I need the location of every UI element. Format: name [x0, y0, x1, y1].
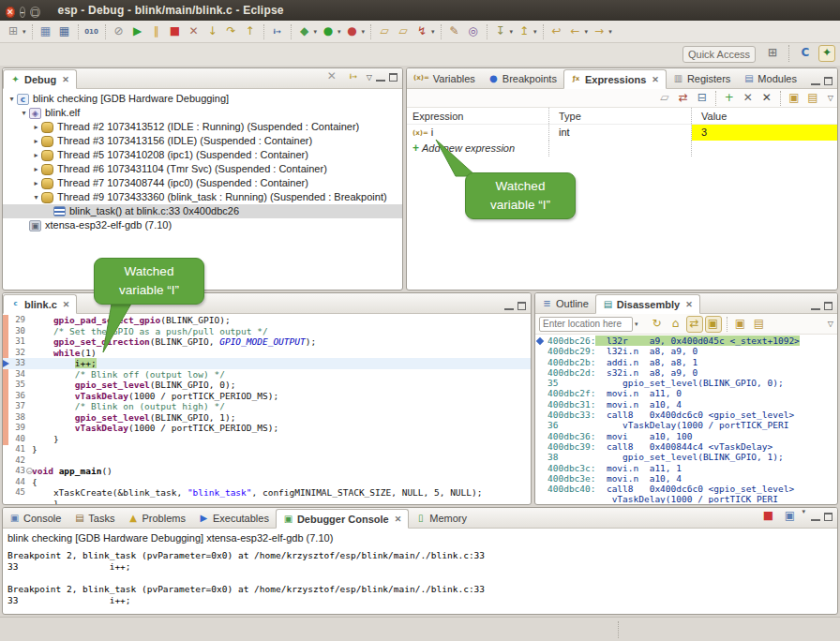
external-tools-dropdown-icon[interactable]: ▾: [362, 28, 366, 36]
new-view-icon[interactable]: ▣: [732, 316, 749, 333]
step-into-icon[interactable]: ↓: [204, 23, 221, 40]
new-wizard-icon[interactable]: ⊞: [5, 23, 22, 40]
tree-expander-icon[interactable]: ▾: [19, 106, 29, 120]
tab-tasks[interactable]: ▤Tasks: [68, 508, 121, 528]
debug-icon[interactable]: ◆: [296, 23, 313, 40]
close-tab-icon[interactable]: ✕: [62, 75, 69, 84]
fold-marker-icon[interactable]: −: [26, 468, 33, 474]
open-debug-config-icon[interactable]: ▱: [376, 23, 393, 40]
sync-with-selection-icon[interactable]: ⇄: [686, 316, 703, 333]
close-button[interactable]: ✕: [6, 7, 15, 18]
pin-editor-icon[interactable]: ↧: [492, 23, 509, 40]
pin-view-icon[interactable]: ▤: [804, 90, 821, 107]
view-menu-icon[interactable]: ▽: [367, 73, 372, 82]
open-perspective-icon[interactable]: ⊞: [764, 45, 781, 62]
maximize-icon[interactable]: [824, 77, 832, 85]
maximize-icon[interactable]: [824, 302, 832, 310]
tab-registers[interactable]: ▥Registers: [667, 68, 737, 88]
back-icon[interactable]: ←: [567, 23, 584, 40]
instruction-stepping-mode-icon[interactable]: i→: [345, 68, 362, 85]
maximize-icon[interactable]: [824, 513, 832, 521]
tab-expressions[interactable]: ƒxExpressions✕: [563, 69, 667, 89]
disassembly-listing[interactable]: 400dbc26: l32r a9, 0x400d045c <_stext+10…: [535, 335, 837, 503]
tree-expander-icon[interactable]: ▸: [31, 162, 41, 176]
minimize-button[interactable]: –: [20, 7, 26, 18]
open-run-config-icon[interactable]: ▱: [395, 23, 412, 40]
run-dropdown-icon[interactable]: ▾: [338, 28, 341, 36]
new-view-icon[interactable]: ▣: [786, 90, 802, 107]
save-all-icon[interactable]: ▦: [56, 23, 73, 40]
external-tools-icon[interactable]: ●: [344, 23, 361, 40]
back-dropdown-icon[interactable]: ▾: [585, 28, 589, 36]
quick-access-button[interactable]: Quick Access: [682, 46, 756, 63]
debug-tree-item[interactable]: ▾cblink checking [GDB Hardware Debugging…: [3, 92, 402, 106]
tab-disassembly[interactable]: ▤Disassembly✕: [595, 294, 700, 314]
maximize-icon[interactable]: [518, 302, 526, 310]
minimize-icon[interactable]: [504, 302, 514, 310]
view-menu-icon[interactable]: ▽: [828, 94, 833, 102]
column-value[interactable]: Value: [692, 108, 837, 124]
tab-problems[interactable]: ▲Problems: [121, 508, 191, 528]
debug-launch-tree[interactable]: ▾cblink checking [GDB Hardware Debugging…: [3, 89, 402, 232]
tree-expander-icon[interactable]: ▸: [31, 176, 41, 190]
tree-expander-icon[interactable]: ▸: [31, 148, 41, 162]
track-expression-icon[interactable]: ▣: [705, 316, 722, 333]
minimize-icon[interactable]: [376, 73, 385, 82]
debug-tree-item[interactable]: ▸Thread #6 1073431104 (Tmr Svc) (Suspend…: [3, 162, 402, 176]
tab-executables[interactable]: ▶Executables: [192, 508, 276, 528]
step-over-icon[interactable]: ↷: [223, 23, 240, 40]
debug-tree-item[interactable]: ▸Thread #2 1073413512 (IDLE : Running) (…: [3, 120, 402, 134]
code-editor[interactable]: 29 gpio_pad_select_gpio(BLINK_GPIO);30 /…: [3, 314, 531, 505]
tab-debugger-console[interactable]: ▣Debugger Console✕: [276, 509, 409, 529]
close-tab-icon[interactable]: ✕: [685, 300, 693, 309]
tab-modules[interactable]: ▤Modules: [737, 68, 803, 88]
new-wizard-dropdown-icon[interactable]: ▾: [22, 28, 26, 36]
build-icon[interactable]: 010: [83, 23, 100, 40]
debug-tree-item[interactable]: ▾◈blink.elf: [3, 106, 402, 120]
terminate-icon[interactable]: ■: [167, 23, 184, 40]
tree-expander-icon[interactable]: ▸: [31, 134, 41, 148]
refresh-icon[interactable]: ↻: [649, 316, 666, 333]
tab-memory[interactable]: ▯Memory: [409, 508, 473, 528]
skip-all-breakpoints-icon[interactable]: ⊘: [111, 23, 128, 40]
debug-tree-item[interactable]: ▸Thread #3 1073413156 (IDLE) (Suspended …: [3, 134, 402, 148]
open-element-icon[interactable]: ◎: [465, 23, 482, 40]
location-dropdown-icon[interactable]: ▾: [635, 320, 638, 328]
show-logical-structures-icon[interactable]: ⇄: [675, 90, 692, 107]
instruction-stepping-icon[interactable]: i→: [269, 23, 286, 40]
remove-all-expressions-icon[interactable]: ✕: [758, 90, 775, 107]
save-icon[interactable]: ▦: [38, 23, 54, 40]
minimize-icon[interactable]: [811, 77, 820, 85]
location-input[interactable]: [539, 317, 633, 332]
forward-icon[interactable]: →: [591, 23, 608, 40]
debug-tree-item[interactable]: ▸Thread #7 1073408744 (ipc0) (Suspended …: [3, 176, 402, 190]
tab-console[interactable]: ▣Console: [3, 508, 68, 528]
tab-breakpoints[interactable]: ●Breakpoints: [482, 68, 563, 88]
debug-tree-item[interactable]: blink_task() at blink.c:33 0x400dbc26: [3, 204, 402, 218]
maximize-button[interactable]: ▢: [30, 7, 40, 18]
tree-expander-icon[interactable]: ▾: [31, 190, 41, 204]
disconnect-icon[interactable]: ✕: [186, 23, 202, 40]
debug-tree-item[interactable]: ▣xtensa-esp32-elf-gdb (7.10): [3, 218, 402, 232]
tab-variables[interactable]: (x)=Variables: [407, 68, 482, 88]
run-icon[interactable]: ●: [320, 23, 337, 40]
debug-tree-item[interactable]: ▾Thread #9 1073433360 (blink_task : Runn…: [3, 190, 402, 204]
debug-dropdown-icon[interactable]: ▾: [314, 28, 318, 36]
tab-blink-c[interactable]: cblink.c✕: [3, 294, 77, 314]
home-icon[interactable]: ⌂: [668, 316, 684, 333]
minimize-icon[interactable]: [811, 513, 820, 521]
tree-expander-icon[interactable]: ▸: [31, 120, 41, 134]
suspend-icon[interactable]: ∥: [148, 23, 165, 40]
pin-editor-dropdown-icon[interactable]: ▾: [510, 28, 514, 36]
remove-all-terminated-icon[interactable]: ✕: [323, 68, 340, 85]
tree-expander-icon[interactable]: ▾: [7, 92, 17, 106]
display-selected-console-icon[interactable]: ▣: [781, 508, 798, 525]
maximize-icon[interactable]: [389, 73, 398, 82]
column-expression[interactable]: Expression: [407, 108, 549, 124]
show-type-names-icon[interactable]: ▱: [656, 90, 673, 107]
terminate-console-icon[interactable]: ■: [759, 508, 776, 525]
breakpoint-instruction-pointer-icon[interactable]: [3, 360, 9, 367]
flash-target-icon[interactable]: ↯: [413, 23, 430, 40]
close-tab-icon[interactable]: ✕: [63, 300, 70, 309]
debug-perspective-icon[interactable]: ✦: [818, 45, 835, 62]
